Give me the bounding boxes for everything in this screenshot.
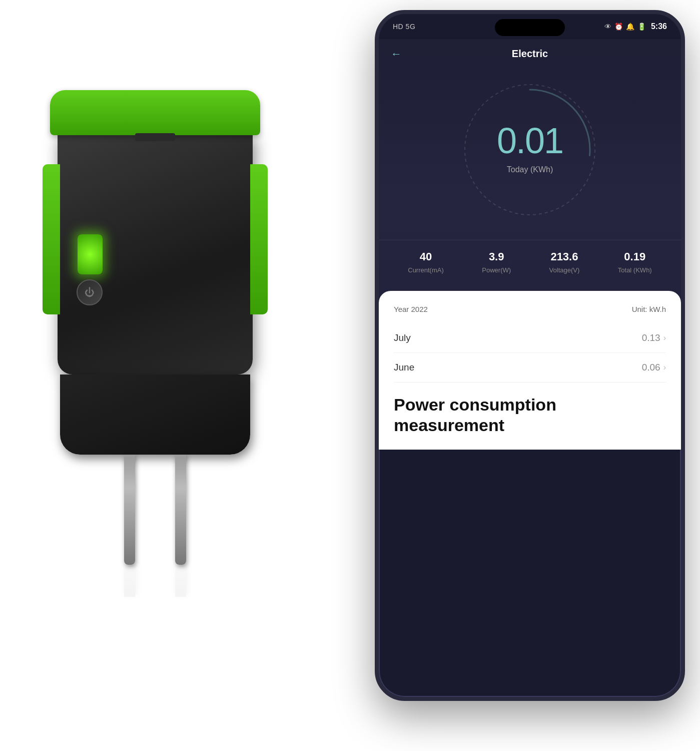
stat-current: 40 Current(mA) <box>408 250 444 274</box>
scene: ⏻ HD 5G 👁 ⏰ 🔔 🔋 <box>0 0 700 751</box>
battery-icon: 🔋 <box>637 23 646 31</box>
plug-power-button[interactable]: ⏻ <box>77 279 103 305</box>
energy-row-july[interactable]: July 0.13 › <box>394 323 666 353</box>
prong-right <box>175 455 186 565</box>
alarm-icon: ⏰ <box>614 23 623 31</box>
stat-voltage: 213.6 Voltage(V) <box>549 250 580 274</box>
stat-total: 0.19 Total (KWh) <box>618 250 652 274</box>
app-title: Electric <box>512 48 548 60</box>
chevron-right-icon-july: › <box>663 333 666 342</box>
stat-voltage-label: Voltage(V) <box>549 266 580 274</box>
status-left-text: HD 5G <box>393 23 415 31</box>
stat-current-value: 40 <box>420 250 432 263</box>
card-tagline: Power consumption measurement <box>394 395 666 436</box>
card-year: Year 2022 <box>394 305 428 313</box>
app-content: ← Electric 0 <box>379 39 681 450</box>
energy-kwh-june: 0.06 <box>642 362 660 373</box>
status-right-icons: 👁 ⏰ 🔔 🔋 5:36 <box>604 22 667 31</box>
status-time: 5:36 <box>651 22 667 31</box>
phone-wrapper: HD 5G 👁 ⏰ 🔔 🔋 5:36 ← Electric <box>375 10 685 701</box>
stat-power-label: Power(W) <box>482 266 511 274</box>
prong-left <box>124 455 135 565</box>
plug-prongs <box>124 455 186 565</box>
gauge-label: Today (KWh) <box>507 165 553 174</box>
energy-month-june: June <box>394 362 414 373</box>
plug-body: ⏻ <box>58 134 253 374</box>
plug-led <box>78 234 103 274</box>
card-header: Year 2022 Unit: kW.h <box>394 305 666 313</box>
back-button[interactable]: ← <box>391 48 402 61</box>
prong-reflection <box>124 567 186 597</box>
energy-row-june[interactable]: June 0.06 › <box>394 353 666 383</box>
stat-power-value: 3.9 <box>489 250 504 263</box>
smart-plug: ⏻ <box>25 90 285 641</box>
stat-power: 3.9 Power(W) <box>482 250 511 274</box>
energy-month-july: July <box>394 332 411 343</box>
eye-icon: 👁 <box>604 23 611 31</box>
energy-value-july: 0.13 › <box>642 332 666 343</box>
phone-notch <box>495 19 565 36</box>
prong-left-reflection <box>124 567 135 597</box>
prong-right-reflection <box>175 567 186 597</box>
white-card: Year 2022 Unit: kW.h July 0.13 › June <box>379 291 681 450</box>
plug-wing-left <box>43 164 60 314</box>
card-unit: Unit: kW.h <box>632 305 666 313</box>
chevron-right-icon-june: › <box>663 363 666 372</box>
stat-total-value: 0.19 <box>624 250 645 263</box>
stat-voltage-value: 213.6 <box>550 250 578 263</box>
plug-wing-right <box>250 164 268 314</box>
plug-top-cap <box>50 90 260 135</box>
gauge-value: 0.01 <box>497 120 563 161</box>
stat-current-label: Current(mA) <box>408 266 444 274</box>
stats-row: 40 Current(mA) 3.9 Power(W) 213.6 Voltag… <box>379 240 681 289</box>
app-header: ← Electric <box>379 39 681 65</box>
plug-lower <box>60 374 250 455</box>
energy-value-june: 0.06 › <box>642 362 666 373</box>
energy-kwh-july: 0.13 <box>642 332 660 343</box>
gauge-area: 0.01 Today (KWh) <box>379 65 681 240</box>
bell-icon: 🔔 <box>626 23 634 31</box>
stat-total-label: Total (KWh) <box>618 266 652 274</box>
phone-frame: HD 5G 👁 ⏰ 🔔 🔋 5:36 ← Electric <box>375 10 685 701</box>
gauge-svg-wrapper: 0.01 Today (KWh) <box>455 75 605 225</box>
